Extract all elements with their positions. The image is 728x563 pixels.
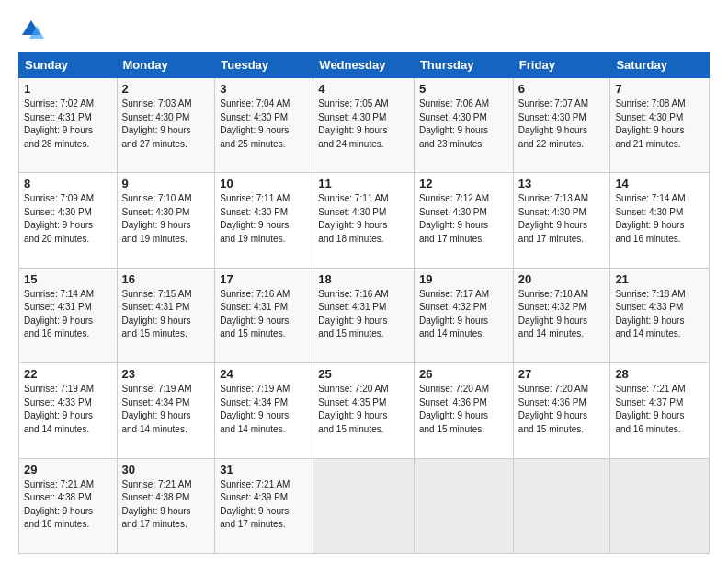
calendar-cell: 30Sunrise: 7:21 AM Sunset: 4:38 PM Dayli… — [117, 458, 215, 553]
day-info: Sunrise: 7:17 AM Sunset: 4:32 PM Dayligh… — [419, 288, 508, 341]
calendar-cell: 22Sunrise: 7:19 AM Sunset: 4:33 PM Dayli… — [19, 363, 118, 458]
day-number: 15 — [24, 272, 112, 286]
day-info: Sunrise: 7:19 AM Sunset: 4:33 PM Dayligh… — [24, 383, 112, 436]
day-number: 7 — [615, 82, 704, 96]
day-number: 3 — [220, 82, 308, 96]
calendar-cell: 12Sunrise: 7:12 AM Sunset: 4:30 PM Dayli… — [414, 173, 513, 268]
day-info: Sunrise: 7:16 AM Sunset: 4:31 PM Dayligh… — [318, 288, 409, 341]
calendar-cell: 24Sunrise: 7:19 AM Sunset: 4:34 PM Dayli… — [215, 363, 313, 458]
calendar-cell: 7Sunrise: 7:08 AM Sunset: 4:30 PM Daylig… — [610, 78, 710, 173]
calendar-cell: 6Sunrise: 7:07 AM Sunset: 4:30 PM Daylig… — [513, 78, 610, 173]
day-number: 27 — [518, 367, 606, 381]
day-info: Sunrise: 7:21 AM Sunset: 4:38 PM Dayligh… — [122, 478, 210, 532]
day-info: Sunrise: 7:07 AM Sunset: 4:30 PM Dayligh… — [518, 98, 606, 151]
day-number: 14 — [615, 177, 704, 190]
day-number: 13 — [518, 177, 606, 190]
day-number: 25 — [318, 367, 409, 381]
calendar-cell: 29Sunrise: 7:21 AM Sunset: 4:38 PM Dayli… — [19, 458, 118, 553]
day-info: Sunrise: 7:10 AM Sunset: 4:30 PM Dayligh… — [122, 192, 210, 246]
day-info: Sunrise: 7:11 AM Sunset: 4:30 PM Dayligh… — [318, 192, 409, 246]
calendar: SundayMondayTuesdayWednesdayThursdayFrid… — [18, 52, 710, 554]
day-number: 10 — [220, 177, 308, 190]
day-number: 21 — [615, 272, 704, 286]
day-number: 24 — [220, 367, 308, 381]
calendar-cell: 18Sunrise: 7:16 AM Sunset: 4:31 PM Dayli… — [313, 268, 415, 362]
day-number: 19 — [419, 272, 508, 286]
day-number: 12 — [419, 177, 508, 190]
weekday-header-tuesday: Tuesday — [215, 52, 313, 78]
calendar-cell — [610, 458, 710, 553]
day-info: Sunrise: 7:20 AM Sunset: 4:35 PM Dayligh… — [318, 383, 409, 436]
page: SundayMondayTuesdayWednesdayThursdayFrid… — [0, 0, 728, 563]
day-info: Sunrise: 7:21 AM Sunset: 4:39 PM Dayligh… — [220, 478, 308, 532]
weekday-header-monday: Monday — [117, 52, 215, 78]
day-number: 30 — [122, 463, 210, 477]
day-info: Sunrise: 7:20 AM Sunset: 4:36 PM Dayligh… — [518, 383, 606, 436]
calendar-cell: 16Sunrise: 7:15 AM Sunset: 4:31 PM Dayli… — [117, 268, 215, 362]
weekday-header-row: SundayMondayTuesdayWednesdayThursdayFrid… — [19, 52, 710, 78]
day-info: Sunrise: 7:21 AM Sunset: 4:38 PM Dayligh… — [24, 478, 112, 532]
logo — [18, 17, 48, 42]
day-info: Sunrise: 7:05 AM Sunset: 4:30 PM Dayligh… — [318, 98, 409, 151]
week-row-4: 22Sunrise: 7:19 AM Sunset: 4:33 PM Dayli… — [19, 363, 710, 458]
calendar-cell: 25Sunrise: 7:20 AM Sunset: 4:35 PM Dayli… — [313, 363, 415, 458]
calendar-cell: 26Sunrise: 7:20 AM Sunset: 4:36 PM Dayli… — [414, 363, 513, 458]
day-number: 5 — [419, 82, 508, 96]
weekday-header-thursday: Thursday — [414, 52, 513, 78]
calendar-cell: 14Sunrise: 7:14 AM Sunset: 4:30 PM Dayli… — [610, 173, 710, 268]
day-info: Sunrise: 7:11 AM Sunset: 4:30 PM Dayligh… — [220, 192, 308, 246]
day-number: 28 — [615, 367, 704, 381]
day-info: Sunrise: 7:09 AM Sunset: 4:30 PM Dayligh… — [24, 192, 112, 246]
calendar-cell: 9Sunrise: 7:10 AM Sunset: 4:30 PM Daylig… — [117, 173, 215, 268]
logo-icon — [18, 17, 44, 42]
day-number: 8 — [24, 177, 112, 190]
day-number: 17 — [220, 272, 308, 286]
day-info: Sunrise: 7:16 AM Sunset: 4:31 PM Dayligh… — [220, 288, 308, 341]
day-number: 2 — [122, 82, 210, 96]
day-number: 6 — [518, 82, 606, 96]
day-info: Sunrise: 7:15 AM Sunset: 4:31 PM Dayligh… — [122, 288, 210, 341]
day-info: Sunrise: 7:12 AM Sunset: 4:30 PM Dayligh… — [419, 192, 508, 246]
calendar-cell: 8Sunrise: 7:09 AM Sunset: 4:30 PM Daylig… — [19, 173, 118, 268]
calendar-cell: 1Sunrise: 7:02 AM Sunset: 4:31 PM Daylig… — [19, 78, 118, 173]
day-info: Sunrise: 7:14 AM Sunset: 4:31 PM Dayligh… — [24, 288, 112, 341]
day-info: Sunrise: 7:04 AM Sunset: 4:30 PM Dayligh… — [220, 98, 308, 151]
day-info: Sunrise: 7:08 AM Sunset: 4:30 PM Dayligh… — [615, 98, 704, 151]
day-number: 29 — [24, 463, 112, 477]
day-number: 18 — [318, 272, 409, 286]
calendar-cell: 17Sunrise: 7:16 AM Sunset: 4:31 PM Dayli… — [215, 268, 313, 362]
week-row-3: 15Sunrise: 7:14 AM Sunset: 4:31 PM Dayli… — [19, 268, 710, 362]
day-info: Sunrise: 7:18 AM Sunset: 4:33 PM Dayligh… — [615, 288, 704, 341]
day-info: Sunrise: 7:20 AM Sunset: 4:36 PM Dayligh… — [419, 383, 508, 436]
day-info: Sunrise: 7:21 AM Sunset: 4:37 PM Dayligh… — [615, 383, 704, 436]
calendar-cell: 31Sunrise: 7:21 AM Sunset: 4:39 PM Dayli… — [215, 458, 313, 553]
calendar-cell: 19Sunrise: 7:17 AM Sunset: 4:32 PM Dayli… — [414, 268, 513, 362]
week-row-1: 1Sunrise: 7:02 AM Sunset: 4:31 PM Daylig… — [19, 78, 710, 173]
day-info: Sunrise: 7:13 AM Sunset: 4:30 PM Dayligh… — [518, 192, 606, 246]
day-number: 31 — [220, 463, 308, 477]
weekday-header-sunday: Sunday — [19, 52, 118, 78]
day-number: 26 — [419, 367, 508, 381]
calendar-cell: 21Sunrise: 7:18 AM Sunset: 4:33 PM Dayli… — [610, 268, 710, 362]
calendar-cell — [313, 458, 415, 553]
calendar-cell: 23Sunrise: 7:19 AM Sunset: 4:34 PM Dayli… — [117, 363, 215, 458]
day-info: Sunrise: 7:19 AM Sunset: 4:34 PM Dayligh… — [122, 383, 210, 436]
week-row-2: 8Sunrise: 7:09 AM Sunset: 4:30 PM Daylig… — [19, 173, 710, 268]
weekday-header-friday: Friday — [513, 52, 610, 78]
calendar-cell: 11Sunrise: 7:11 AM Sunset: 4:30 PM Dayli… — [313, 173, 415, 268]
day-info: Sunrise: 7:19 AM Sunset: 4:34 PM Dayligh… — [220, 383, 308, 436]
week-row-5: 29Sunrise: 7:21 AM Sunset: 4:38 PM Dayli… — [19, 458, 710, 553]
day-info: Sunrise: 7:06 AM Sunset: 4:30 PM Dayligh… — [419, 98, 508, 151]
day-info: Sunrise: 7:03 AM Sunset: 4:30 PM Dayligh… — [122, 98, 210, 151]
calendar-cell: 2Sunrise: 7:03 AM Sunset: 4:30 PM Daylig… — [117, 78, 215, 173]
day-number: 9 — [122, 177, 210, 190]
calendar-cell: 15Sunrise: 7:14 AM Sunset: 4:31 PM Dayli… — [19, 268, 118, 362]
day-number: 4 — [318, 82, 409, 96]
calendar-cell: 10Sunrise: 7:11 AM Sunset: 4:30 PM Dayli… — [215, 173, 313, 268]
weekday-header-wednesday: Wednesday — [313, 52, 415, 78]
day-info: Sunrise: 7:14 AM Sunset: 4:30 PM Dayligh… — [615, 192, 704, 246]
calendar-cell: 4Sunrise: 7:05 AM Sunset: 4:30 PM Daylig… — [313, 78, 415, 173]
calendar-cell: 28Sunrise: 7:21 AM Sunset: 4:37 PM Dayli… — [610, 363, 710, 458]
day-number: 16 — [122, 272, 210, 286]
calendar-cell — [414, 458, 513, 553]
